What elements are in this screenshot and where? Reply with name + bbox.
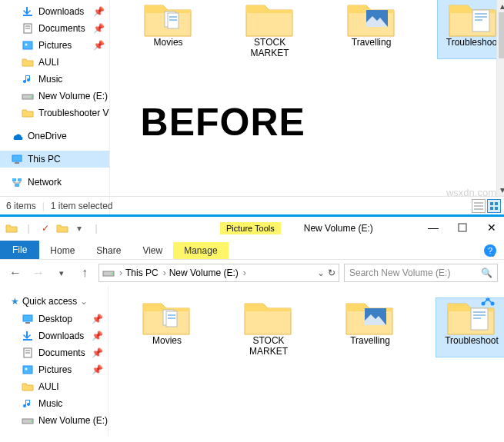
tab-home[interactable]: Home (39, 242, 85, 259)
quick-access-label: Quick access (22, 296, 77, 307)
titlebar: | ✓ ▾ | Picture Tools New Volume (E:) — … (0, 217, 504, 240)
folder-troubleshoot[interactable]: Troubleshoot (436, 298, 504, 357)
nav-drive[interactable]: New Volume (E:) (0, 88, 109, 105)
chevron-right-icon[interactable]: › (163, 268, 166, 278)
nav-recent-button[interactable]: ▾ (52, 264, 71, 282)
nav-documents[interactable]: Documents📌 (0, 20, 109, 37)
scroll-down-icon[interactable]: ▾ (497, 184, 504, 196)
search-box[interactable]: Search New Volume (E:) 🔍 (344, 264, 498, 282)
chevron-right-icon[interactable]: › (243, 268, 246, 278)
chevron-right-icon[interactable]: › (119, 268, 122, 278)
svg-rect-31 (23, 315, 32, 321)
view-icons-button[interactable] (487, 199, 501, 213)
nav-pictures[interactable]: Pictures📌 (0, 361, 108, 378)
folder-icon (142, 0, 195, 35)
tab-share[interactable]: Share (85, 242, 132, 259)
nav-label: New Volume (E:) (38, 415, 108, 426)
scrollbar[interactable]: ▴ ▾ (496, 0, 504, 196)
content-area-bottom: MoviesSTOCK MARKETTravellingTroubleshoot (108, 286, 504, 437)
pictures-icon (22, 39, 34, 52)
nav-auli[interactable]: AULI (0, 378, 108, 395)
nav-pictures[interactable]: Pictures📌 (0, 37, 109, 54)
this-pc-icon (11, 153, 23, 165)
pin-icon: 📌 (92, 331, 103, 341)
folder-icon (445, 298, 499, 334)
drive-icon (22, 90, 34, 102)
folder-stock-market[interactable]: STOCK MARKET (233, 298, 304, 357)
tab-view[interactable]: View (132, 242, 173, 259)
nav-music[interactable]: Music (0, 395, 108, 412)
nav-downloads[interactable]: Downloads📌 (0, 3, 109, 20)
addr-dropdown-icon[interactable]: ⌄ (317, 268, 325, 278)
downloads-icon (22, 5, 34, 18)
search-placeholder: Search New Volume (E:) (349, 268, 450, 278)
nav-back-button[interactable]: ← (6, 264, 25, 282)
pin-icon: 📌 (92, 347, 103, 358)
nav-label: Desktop (38, 314, 72, 324)
svg-rect-14 (169, 16, 177, 18)
content-area-top: MoviesSTOCK MARKETTravellingTroubleshoot… (110, 0, 504, 214)
nav-downloads[interactable]: Downloads📌 (0, 327, 108, 344)
address-row: ← → ▾ ↑ › This PC › New Volume (E:) › ⌄ … (0, 260, 504, 286)
nav-up-button[interactable]: ↑ (75, 264, 94, 282)
nav-troubleshooter[interactable]: Troubleshooter V (0, 105, 109, 121)
onedrive-icon (11, 130, 23, 142)
qat-app-icon[interactable] (3, 218, 20, 238)
nav-network[interactable]: Network (0, 174, 109, 191)
drive-icon (102, 267, 115, 279)
tab-manage[interactable]: Manage (173, 242, 228, 259)
svg-rect-15 (169, 19, 177, 21)
folder-stock-market[interactable]: STOCK MARKET (235, 0, 305, 58)
close-button[interactable]: ✕ (484, 220, 499, 235)
folder-travelling[interactable]: Travelling (336, 0, 407, 58)
downloads-icon (22, 330, 34, 342)
folder-icon (343, 298, 397, 334)
statusbar: 6 items | 1 item selected (0, 196, 504, 214)
folder-icon (243, 0, 297, 35)
folder-movies[interactable]: Movies (132, 298, 202, 357)
svg-rect-42 (168, 314, 175, 316)
nav-onedrive[interactable]: OneDrive (0, 128, 109, 145)
svg-rect-27 (495, 207, 498, 210)
nav-auli[interactable]: AULI (0, 54, 109, 71)
view-details-button[interactable] (472, 199, 486, 213)
refresh-icon[interactable]: ↻ (328, 268, 335, 278)
nav-documents[interactable]: Documents📌 (0, 344, 108, 361)
nav-music[interactable]: Music (0, 71, 109, 88)
breadcrumb-this-pc[interactable]: This PC (125, 268, 159, 278)
picture-tools-tab[interactable]: Picture Tools (220, 222, 281, 234)
nav-tree-top: Downloads📌 Documents📌 Pictures📌 AULI Mus… (0, 0, 110, 214)
svg-rect-47 (473, 314, 486, 316)
folder-troubleshoot[interactable]: Troubleshoot (438, 0, 504, 58)
address-bar[interactable]: › This PC › New Volume (E:) › ⌄ ↻ (98, 264, 339, 282)
nav-forward-button[interactable]: → (29, 264, 48, 282)
maximize-button[interactable] (455, 220, 470, 235)
svg-rect-24 (490, 202, 493, 205)
scroll-up-icon[interactable]: ▴ (497, 0, 504, 12)
qat-folder-icon[interactable] (54, 218, 71, 238)
scroll-thumb[interactable] (499, 12, 504, 58)
folder-label: Troubleshoot (445, 335, 499, 346)
help-icon[interactable]: ? (484, 244, 496, 257)
nav-label: New Volume (E:) (38, 91, 108, 101)
status-items: 6 items (6, 201, 36, 211)
svg-rect-46 (473, 311, 486, 313)
chevron-down-icon[interactable]: ⌄ (80, 296, 88, 307)
breadcrumb-volume[interactable]: New Volume (E:) (169, 268, 239, 278)
qat-check-icon[interactable]: ✓ (37, 218, 54, 238)
nav-label: This PC (28, 154, 61, 165)
quick-access[interactable]: ★Quick access⌄ (0, 292, 108, 311)
svg-point-6 (31, 96, 32, 98)
minimize-button[interactable]: — (426, 220, 441, 235)
qat-separator: | (20, 218, 37, 238)
nav-desktop[interactable]: Desktop📌 (0, 311, 108, 327)
nav-new-volume-e-[interactable]: New Volume (E:) (0, 412, 108, 429)
qat-dropdown[interactable]: ▾ (71, 218, 88, 238)
svg-point-4 (25, 44, 28, 46)
folder-label: Movies (154, 37, 183, 48)
folder-travelling[interactable]: Travelling (335, 298, 406, 357)
folder-movies[interactable]: Movies (133, 0, 204, 58)
tab-file[interactable]: File (0, 241, 39, 259)
svg-rect-25 (495, 202, 498, 205)
nav-this-pc[interactable]: This PC (0, 151, 109, 168)
